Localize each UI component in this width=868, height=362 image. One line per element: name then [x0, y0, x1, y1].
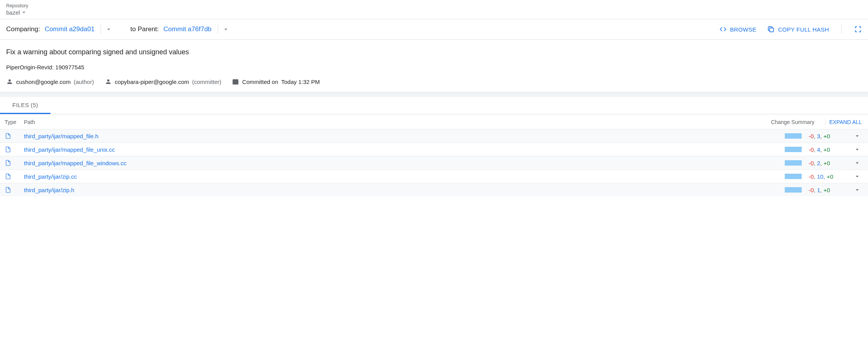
- file-icon: [5, 146, 24, 153]
- svg-rect-1: [233, 80, 239, 84]
- comparing-label: Comparing:: [6, 25, 40, 33]
- file-icon: [5, 173, 24, 180]
- fullscreen-icon: [854, 25, 862, 33]
- repository-name: bazel: [6, 9, 20, 16]
- header-change-summary: Change Summary: [764, 119, 814, 125]
- author-email: cushon@google.com: [16, 79, 71, 85]
- author-role: (author): [74, 79, 94, 85]
- svg-rect-0: [770, 28, 774, 32]
- expand-row-button[interactable]: [853, 146, 862, 153]
- commit-title: Fix a warning about comparing signed and…: [6, 48, 862, 56]
- file-row: third_party/ijar/zip.cc-0, 10, +0: [0, 169, 868, 183]
- code-icon: [719, 25, 727, 33]
- repository-label: Repository: [6, 3, 862, 8]
- file-path-link[interactable]: third_party/ijar/zip.cc: [24, 173, 785, 180]
- committed-label: Committed on: [242, 79, 278, 85]
- expand-row-button[interactable]: [853, 186, 862, 193]
- header-type: Type: [5, 119, 24, 125]
- to-commit-link[interactable]: Commit a76f7db: [163, 25, 212, 33]
- divider: [218, 25, 218, 34]
- repository-selector[interactable]: bazel: [6, 9, 862, 16]
- divider: [101, 25, 101, 34]
- committer-email: copybara-piper@google.com: [115, 79, 189, 85]
- committed-date: Committed on Today 1:32 PM: [232, 78, 320, 85]
- dropdown-icon: [22, 12, 25, 13]
- section-gap: [0, 92, 868, 97]
- change-stats: -0, 2, +0: [809, 160, 843, 166]
- browse-button[interactable]: BROWSE: [719, 25, 756, 33]
- expand-row-button[interactable]: [853, 132, 862, 139]
- divider: [841, 25, 842, 34]
- copy-hash-button[interactable]: COPY FULL HASH: [767, 25, 829, 33]
- from-commit-dropdown-icon[interactable]: [107, 28, 110, 30]
- expand-row-button[interactable]: [853, 173, 862, 180]
- file-path-link[interactable]: third_party/ijar/mapped_file.h: [24, 133, 785, 139]
- tab-files[interactable]: FILES (5): [0, 97, 50, 114]
- change-stats: -0, 1, +0: [809, 187, 843, 193]
- file-row: third_party/ijar/mapped_file.h-0, 3, +0: [0, 129, 868, 142]
- committed-time: Today 1:32 PM: [281, 79, 320, 85]
- to-label: to Parent:: [130, 25, 159, 33]
- committer-role: (committer): [192, 79, 222, 85]
- person-icon: [105, 78, 112, 85]
- from-commit-link[interactable]: Commit a29da01: [45, 25, 94, 33]
- file-row: third_party/ijar/mapped_file_unix.cc-0, …: [0, 142, 868, 156]
- expand-all-button[interactable]: EXPAND ALL: [825, 119, 862, 125]
- change-stats: -0, 4, +0: [809, 146, 843, 153]
- commit-revid: PiperOrigin-RevId: 190977545: [6, 64, 862, 70]
- file-icon: [5, 159, 24, 166]
- header-path: Path: [24, 119, 764, 125]
- expand-row-button[interactable]: [853, 159, 862, 166]
- to-commit-dropdown-icon[interactable]: [224, 28, 227, 30]
- file-path-link[interactable]: third_party/ijar/mapped_file_windows.cc: [24, 160, 785, 166]
- file-path-link[interactable]: third_party/ijar/mapped_file_unix.cc: [24, 146, 785, 153]
- file-path-link[interactable]: third_party/ijar/zip.h: [24, 187, 785, 193]
- change-stats: -0, 3, +0: [809, 133, 843, 139]
- file-row: third_party/ijar/mapped_file_windows.cc-…: [0, 156, 868, 169]
- change-stats: -0, 10, +0: [809, 173, 843, 180]
- copy-icon: [767, 25, 775, 33]
- committer-info: copybara-piper@google.com (committer): [105, 78, 222, 85]
- tabs: FILES (5): [0, 97, 868, 114]
- change-bar: [785, 187, 802, 193]
- change-bar: [785, 174, 802, 179]
- file-row: third_party/ijar/zip.h-0, 1, +0: [0, 183, 868, 196]
- change-bar: [785, 160, 802, 166]
- person-icon: [6, 78, 13, 85]
- file-icon: [5, 186, 24, 193]
- file-icon: [5, 132, 24, 139]
- author-info: cushon@google.com (author): [6, 78, 94, 85]
- fullscreen-button[interactable]: [854, 25, 862, 33]
- change-bar: [785, 133, 802, 139]
- calendar-icon: [232, 78, 239, 85]
- change-bar: [785, 147, 802, 152]
